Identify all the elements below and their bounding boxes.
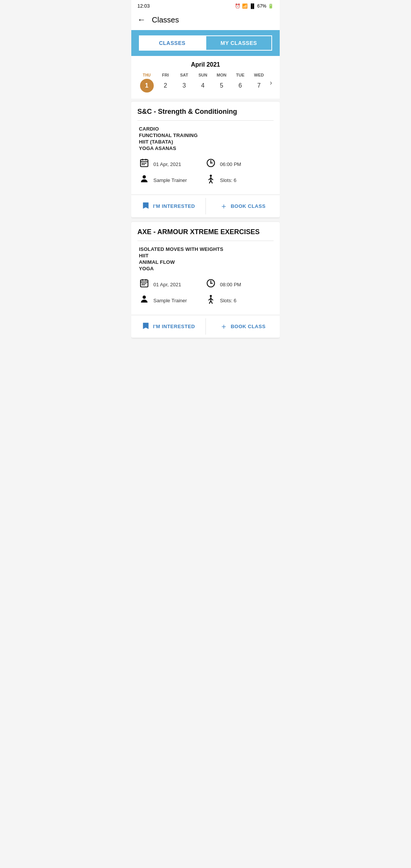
class-tag-2-1: HIIT — [139, 253, 272, 258]
class-tags-2: ISOLATED MOVES WITH WEIGHTS HIIT ANIMAL … — [139, 246, 272, 271]
svg-point-16 — [210, 175, 212, 177]
meta-trainer-2: Sample Trainer — [139, 294, 206, 306]
class-body-2: ISOLATED MOVES WITH WEIGHTS HIIT ANIMAL … — [131, 241, 280, 310]
svg-rect-27 — [143, 283, 145, 284]
day-num-fri: 2 — [159, 79, 172, 93]
svg-rect-7 — [142, 164, 143, 165]
interested-label-2: I'M INTERESTED — [153, 324, 195, 329]
clock-icon-1 — [206, 158, 216, 170]
class-date-1: 01 Apr, 2021 — [153, 161, 181, 167]
day-name-mon: MON — [217, 73, 226, 77]
calendar-day-sat[interactable]: SAT 3 — [175, 73, 193, 93]
class-trainer-1: Sample Trainer — [153, 177, 187, 183]
calendar-section: April 2021 THU 1 FRI 2 SAT 3 SUN 4 MON 5… — [131, 56, 280, 99]
book-button-1[interactable]: ＋ BOOK CLASS — [206, 195, 280, 217]
bookmark-icon-2 — [142, 322, 150, 331]
day-num-thu: 1 — [140, 79, 154, 93]
calendar-icon-2 — [139, 278, 150, 290]
calendar-day-wed[interactable]: WED 7 — [250, 73, 268, 93]
class-time-2: 08:00 PM — [220, 282, 241, 287]
calendar-day-sun[interactable]: SUN 4 — [193, 73, 212, 93]
svg-rect-8 — [143, 164, 145, 165]
day-num-sun: 4 — [196, 79, 210, 93]
interested-button-2[interactable]: I'M INTERESTED — [131, 315, 206, 338]
tab-my-classes[interactable]: MY CLASSES — [206, 35, 272, 51]
bookmark-icon-1 — [142, 201, 150, 211]
svg-rect-26 — [142, 283, 143, 284]
class-tag-2-3: YOGA — [139, 266, 272, 271]
class-date-2: 01 Apr, 2021 — [153, 282, 181, 287]
battery-text: 67% — [257, 3, 266, 9]
plus-icon-1: ＋ — [220, 201, 228, 211]
day-num-sat: 3 — [177, 79, 191, 93]
status-icons: ⏰ 📶 ▐▌ 67% 🔋 — [235, 3, 274, 9]
svg-rect-30 — [143, 284, 145, 285]
meta-slots-1: Slots: 6 — [206, 174, 272, 186]
day-name-fri: FRI — [162, 73, 169, 77]
status-time: 12:03 — [137, 3, 150, 9]
alarm-icon: ⏰ — [235, 3, 241, 9]
calendar-month: April 2021 — [137, 61, 274, 68]
status-bar: 12:03 ⏰ 📶 ▐▌ 67% 🔋 — [131, 0, 280, 10]
class-tag-1-1: FUNCTIONAL TRAINING — [139, 132, 272, 138]
person-icon-2 — [139, 294, 150, 306]
signal-icon: ▐▌ — [249, 3, 256, 9]
back-button[interactable]: ← — [137, 15, 146, 25]
day-name-tue: TUE — [236, 73, 244, 77]
day-name-sat: SAT — [180, 73, 188, 77]
book-label-1: BOOK CLASS — [231, 203, 266, 209]
class-tags-1: CARDIO FUNCTIONAL TRAINING HIIT (TABATA)… — [139, 126, 272, 151]
figure-icon-2 — [206, 294, 216, 306]
class-tag-1-3: YOGA ASANAS — [139, 145, 272, 151]
svg-point-15 — [143, 175, 146, 179]
svg-line-42 — [211, 301, 212, 303]
day-name-thu: THU — [143, 73, 151, 77]
calendar-day-thu[interactable]: THU 1 — [137, 73, 156, 93]
class-meta-2: 01 Apr, 2021 08:00 PM — [139, 278, 272, 306]
svg-rect-28 — [145, 283, 146, 284]
class-card-1: S&C - Strength & Conditioning CARDIO FUN… — [131, 102, 280, 217]
calendar-day-mon[interactable]: MON 5 — [212, 73, 231, 93]
class-tag-1-2: HIIT (TABATA) — [139, 139, 272, 145]
class-tag-2-2: ANIMAL FLOW — [139, 259, 272, 265]
wifi-icon: 📶 — [242, 3, 248, 9]
book-label-2: BOOK CLASS — [231, 324, 266, 329]
day-num-wed: 7 — [252, 79, 266, 93]
meta-trainer-1: Sample Trainer — [139, 174, 206, 186]
day-num-tue: 6 — [233, 79, 247, 93]
svg-rect-5 — [143, 163, 145, 164]
header: ← Classes — [131, 10, 280, 30]
class-tag-1-0: CARDIO — [139, 126, 272, 132]
class-body-1: CARDIO FUNCTIONAL TRAINING HIIT (TABATA)… — [131, 121, 280, 190]
class-title-1: S&C - Strength & Conditioning — [131, 102, 280, 120]
person-icon-1 — [139, 174, 150, 186]
calendar-day-tue[interactable]: TUE 6 — [231, 73, 250, 93]
class-time-1: 06:00 PM — [220, 161, 241, 167]
book-button-2[interactable]: ＋ BOOK CLASS — [206, 315, 280, 338]
svg-rect-6 — [145, 163, 146, 164]
class-card-2: AXE - ARMOUR XTREME EXERCISES ISOLATED M… — [131, 222, 280, 338]
calendar-next-arrow[interactable]: › — [268, 79, 274, 87]
meta-slots-2: Slots: 6 — [206, 294, 272, 306]
interested-label-1: I'M INTERESTED — [153, 203, 195, 209]
svg-point-36 — [143, 295, 146, 299]
class-meta-1: 01 Apr, 2021 06:00 PM — [139, 158, 272, 186]
calendar-icon-1 — [139, 158, 150, 170]
svg-rect-29 — [142, 284, 143, 285]
calendar-day-fri[interactable]: FRI 2 — [156, 73, 175, 93]
calendar-days: THU 1 FRI 2 SAT 3 SUN 4 MON 5 TUE 6 WED … — [137, 73, 274, 93]
action-row-1: I'M INTERESTED ＋ BOOK CLASS — [131, 195, 280, 217]
meta-time-2: 08:00 PM — [206, 278, 272, 290]
class-trainer-2: Sample Trainer — [153, 298, 187, 303]
class-tag-2-0: ISOLATED MOVES WITH WEIGHTS — [139, 246, 272, 252]
day-num-mon: 5 — [215, 79, 228, 93]
day-name-sun: SUN — [198, 73, 207, 77]
tab-bar: CLASSES MY CLASSES — [131, 30, 280, 56]
tab-classes[interactable]: CLASSES — [139, 35, 206, 51]
meta-date-2: 01 Apr, 2021 — [139, 278, 206, 290]
clock-icon-2 — [206, 278, 216, 290]
meta-time-1: 06:00 PM — [206, 158, 272, 170]
interested-button-1[interactable]: I'M INTERESTED — [131, 195, 206, 217]
svg-point-35 — [210, 282, 211, 284]
svg-line-21 — [211, 180, 212, 183]
